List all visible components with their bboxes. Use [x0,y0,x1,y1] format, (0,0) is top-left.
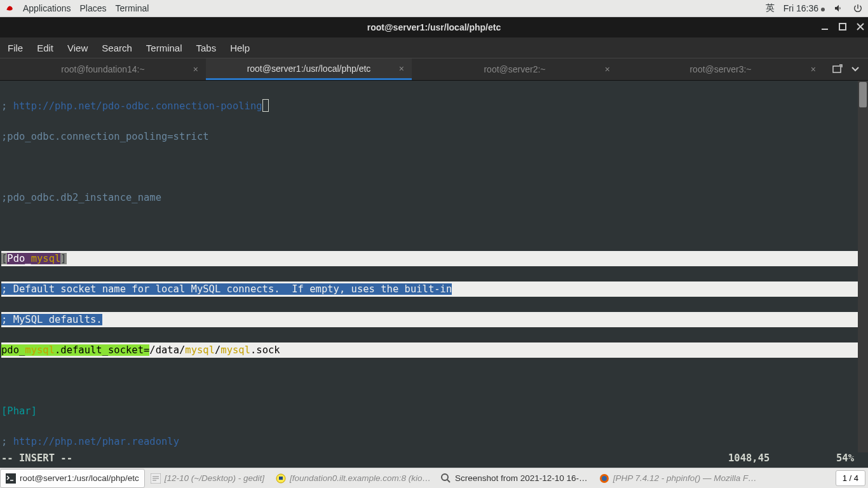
menu-applications[interactable]: Applications [23,3,71,13]
menu-terminal[interactable]: Terminal [142,40,186,56]
taskbar-label: [PHP 7.4.12 - phpinfo() — Mozilla F… [613,473,757,483]
terminal-tabbar: root@foundation14:~× root@server1:/usr/l… [0,58,868,81]
menu-search[interactable]: Search [98,40,136,56]
menu-edit[interactable]: Edit [33,40,57,56]
clock[interactable]: Fri 16:36 [783,3,825,13]
tab-close-icon[interactable]: × [605,64,610,74]
new-tab-icon[interactable] [832,64,843,74]
vim-statusline: -- INSERT -- 1048,45 54% [0,452,868,468]
svg-rect-2 [6,473,16,484]
gnome-taskbar: root@server1:/usr/local/php/etc [12-10 (… [0,468,868,488]
text-cursor [262,99,269,112]
menu-terminal[interactable]: Terminal [116,3,149,13]
vim-line: ;pdo_odbc.connection_pooling=strict [1,129,867,144]
tab-close-icon[interactable]: × [811,64,816,74]
taskbar-label: [12-10 (~/Desktop) - gedit] [165,473,264,483]
vim-line: ; [1,436,13,447]
vim-highlight-block: [Pdo_mysql] [1,251,867,266]
vim-url: http://php.net/pdo-odbc.connection-pooli… [13,100,262,112]
menu-file[interactable]: File [4,40,27,56]
minimize-button[interactable] [821,22,829,32]
vim-line: ; [1,100,13,112]
image-viewer-icon [441,473,451,484]
scrollbar-thumb[interactable] [859,82,867,107]
chevron-down-icon[interactable] [851,67,859,72]
vim-highlight-block: ; Default socket name for local MySQL co… [1,281,867,297]
taskbar-label: Screenshot from 2021-12-10 16-… [455,473,588,483]
svg-point-8 [602,476,607,481]
taskbar-item[interactable]: [PHP 7.4.12 - phpinfo() — Mozilla F… [593,469,759,488]
menu-tabs[interactable]: Tabs [193,40,220,56]
svg-point-6 [442,474,448,480]
terminal-tab[interactable]: root@server2:~× [412,58,618,80]
vim-line: ;pdo_odbc.db2_instance_name [1,190,867,205]
volume-icon[interactable] [834,3,844,13]
menu-view[interactable]: View [64,40,92,56]
maximize-button[interactable] [839,22,846,32]
terminal-scrollbar[interactable] [858,81,868,452]
taskbar-item[interactable]: [foundation0.ilt.example.com:8 (kio… [270,469,435,488]
power-icon[interactable] [853,3,863,13]
ime-indicator[interactable]: 英 [766,3,775,14]
svg-rect-5 [279,477,283,480]
svg-rect-0 [839,24,846,30]
vim-section: [ [1,253,7,264]
taskbar-label: [foundation0.ilt.example.com:8 (kio… [290,473,431,483]
terminal-tab[interactable]: root@server3:~× [618,58,824,80]
terminal-tab[interactable]: root@foundation14:~× [0,58,206,80]
vim-cursor-pos: 1048,45 [728,452,824,468]
menu-places[interactable]: Places [80,3,107,13]
vim-url: http://php.net/phar.readonly [13,436,179,447]
firefox-icon [599,473,609,484]
window-title: root@server1:/usr/local/php/etc [367,22,501,32]
vim-section: [Phar] [1,403,867,419]
gnome-topbar: Applications Places Terminal 英 Fri 16:36 [0,0,868,17]
terminal-body[interactable]: ; http://php.net/pdo-odbc.connection-poo… [0,81,868,452]
taskbar-item[interactable]: root@server1:/usr/local/php/etc [0,469,145,488]
taskbar-label: root@server1:/usr/local/php/etc [20,473,139,483]
remote-icon [276,473,286,484]
taskbar-item[interactable]: Screenshot from 2021-12-10 16-… [435,469,593,488]
terminal-menubar: File Edit View Search Terminal Tabs Help [0,37,868,58]
vim-scroll-pct: 54% [824,452,868,468]
vim-highlight-block: pdo_mysql.default_socket=/data/mysql/mys… [1,342,867,358]
menu-help[interactable]: Help [226,40,254,56]
terminal-icon [6,473,16,484]
terminal-tab-active[interactable]: root@server1:/usr/local/php/etc× [206,58,412,80]
vim-highlight-block: ; MySQL defaults. [1,312,867,327]
tab-close-icon[interactable]: × [193,64,198,74]
workspace-indicator[interactable]: 1 / 4 [836,470,865,486]
tab-close-icon[interactable]: × [399,64,404,74]
vim-mode: -- INSERT -- [1,452,72,468]
taskbar-item[interactable]: [12-10 (~/Desktop) - gedit] [145,469,270,488]
redhat-icon [5,4,14,13]
close-button[interactable] [857,22,864,32]
gedit-icon [151,473,161,484]
svg-rect-1 [833,66,841,72]
window-titlebar: root@server1:/usr/local/php/etc [0,17,868,37]
